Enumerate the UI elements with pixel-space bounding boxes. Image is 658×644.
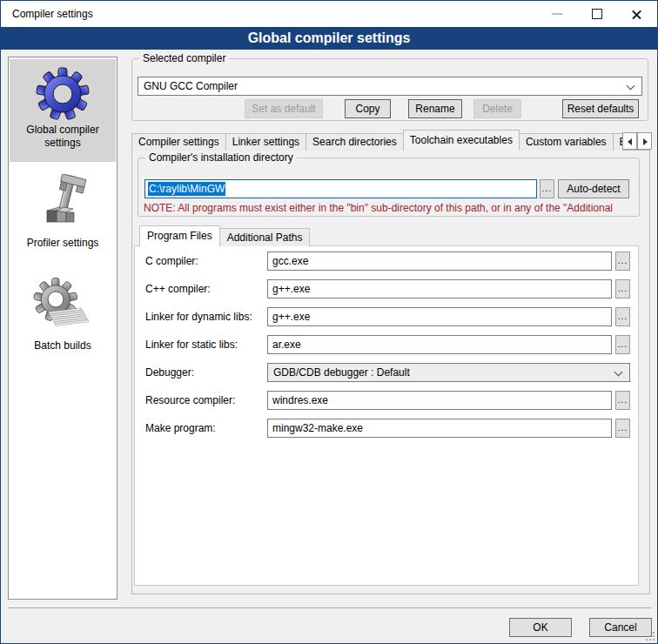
tab-linker-settings[interactable]: Linker settings [225,133,306,151]
make-program-browse-button[interactable]: ... [615,419,630,438]
installation-directory-input[interactable]: C:\raylib\MinGW [144,179,537,198]
tab-custom-variables[interactable]: Custom variables [519,133,614,151]
c-compiler-input[interactable] [267,279,612,299]
tab-toolchain-executables[interactable]: Toolchain executables [403,130,520,151]
field-row-c-compiler: C compiler:... [135,252,638,272]
field-row-linker-for-dynamic-libs: Linker for dynamic libs:... [135,307,638,328]
copy-button[interactable]: Copy [345,99,391,118]
maximize-icon [592,9,602,19]
field-row-debugger: Debugger:GDB/CDB debugger : Default [135,363,638,384]
tab-build[interactable]: Build [613,133,622,151]
field-label: Linker for static libs: [145,339,238,351]
window-title: Compiler settings [12,1,93,27]
c-compiler-browse-button[interactable]: ... [615,252,630,271]
arrow-right-icon [643,138,648,145]
caliper-icon [35,174,91,235]
field-label: C++ compiler: [145,283,211,295]
make-program-input[interactable] [267,419,612,438]
autodetect-button[interactable]: Auto-detect [558,179,629,198]
sidebar-item-label: Profiler settings [10,237,116,250]
cancel-button[interactable]: Cancel [589,618,652,637]
minimize-button[interactable] [542,1,572,26]
delete-button: Delete [473,99,521,118]
tab-scroll-right-button[interactable] [637,132,652,150]
resource-compiler-browse-button[interactable]: ... [615,391,630,410]
sidebar-item-batch-builds[interactable]: Batch builds [10,270,116,367]
c-compiler-browse-button[interactable]: ... [615,279,630,299]
field-label: C compiler: [145,255,198,267]
ok-button[interactable]: OK [509,618,572,637]
field-label: Resource compiler: [145,394,235,406]
debugger-select[interactable]: GDB/CDB debugger : Default [267,363,630,382]
gear-stack-icon [32,277,93,338]
maximize-button[interactable] [582,1,612,26]
linker-for-dynamic-libs-browse-button[interactable]: ... [615,307,630,326]
arrow-left-icon [628,138,632,145]
field-label: Debugger: [145,366,194,379]
linker-for-static-libs-browse-button[interactable]: ... [615,335,630,354]
minimize-icon [552,13,562,15]
field-row-make-program: Make program:... [135,419,638,439]
reset-defaults-button[interactable]: Reset defaults [562,99,639,118]
compiler-select-value: GNU GCC Compiler [144,80,238,92]
select-value: GDB/CDB debugger : Default [273,366,410,379]
note-text: NOTE: All programs must exist either in … [144,202,637,215]
sidebar-item-global-compiler-settings[interactable]: Global compiler settings [10,59,116,162]
close-icon [631,9,642,20]
compiler-select[interactable]: GNU GCC Compiler [138,77,642,96]
sidebar-item-label: Batch builds [10,339,116,352]
sidebar-list: Global compiler settings [8,57,118,600]
tab-program-files[interactable]: Program Files [139,225,220,246]
sidebar-item-profiler-settings[interactable]: Profiler settings [10,167,116,265]
main-tab-strip: Compiler settingsLinker settingsSearch d… [131,130,622,151]
set-as-default-button: Set as default [245,99,323,118]
field-row-resource-compiler: Resource compiler:... [135,391,638,412]
chevron-down-icon [627,82,635,91]
program-files-page: C compiler:...C++ compiler:...Linker for… [134,245,639,586]
close-button[interactable] [621,1,651,26]
tab-scroll-left-button[interactable] [622,132,637,150]
rename-button[interactable]: Rename [408,99,462,118]
chevron-down-icon [614,368,623,377]
sidebar-item-label: Global compiler settings [10,124,116,150]
compiler-settings-window: Compiler settings Global compiler settin… [0,0,658,644]
tab-compiler-settings[interactable]: Compiler settings [131,133,226,151]
footer-divider [9,607,651,608]
linker-for-dynamic-libs-input[interactable] [267,307,612,326]
dialog-header: Global compiler settings [1,27,657,50]
selected-compiler-group-label: Selected compiler [139,52,229,64]
resize-grip-icon[interactable] [646,632,655,641]
tab-search-directories[interactable]: Search directories [306,133,404,151]
titlebar: Compiler settings [1,1,657,27]
field-row-c-compiler: C++ compiler:... [135,279,638,300]
field-label: Make program: [145,422,216,434]
installation-directory-group-label: Compiler's installation directory [145,151,297,164]
path-selected-text: C:\raylib\MinGW [148,182,225,196]
tab-additional-paths[interactable]: Additional Paths [219,228,311,246]
field-row-linker-for-static-libs: Linker for static libs:... [135,335,638,356]
field-label: Linker for dynamic libs: [145,311,252,323]
resource-compiler-input[interactable] [267,391,612,410]
gear-blue-icon [35,66,91,122]
c-compiler-input[interactable] [267,252,612,271]
installation-directory-browse-button[interactable]: ... [540,179,554,198]
program-files-tab-strip: Program FilesAdditional Paths [139,225,309,246]
linker-for-static-libs-input[interactable] [267,335,612,354]
